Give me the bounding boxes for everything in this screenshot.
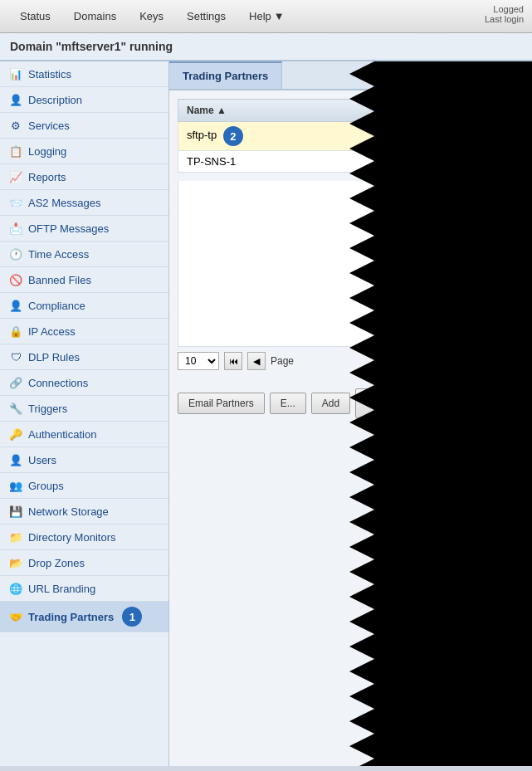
empty-table-area (178, 181, 524, 347)
edit-button[interactable]: Edit 3 (355, 388, 420, 418)
sidebar-item-connections[interactable]: 🔗 Connections (0, 370, 168, 396)
sidebar-item-drop-zones[interactable]: 📂 Drop Zones (0, 550, 168, 576)
sidebar-item-description[interactable]: 👤 Description (0, 87, 168, 113)
table-row[interactable]: sftp-tp 2 (178, 122, 524, 151)
services-icon: ⚙ (8, 118, 23, 133)
first-page-button[interactable]: ⏮ (224, 352, 242, 370)
sidebar-item-oftp[interactable]: 📩 OFTP Messages (0, 216, 168, 242)
reports-icon: 📈 (8, 169, 23, 184)
sidebar-item-compliance[interactable]: 👤 Compliance (0, 293, 168, 319)
users-icon: 👤 (8, 452, 23, 467)
content-inner: Name ▲ Tags sftp-tp 2 (169, 90, 532, 432)
top-navigation: Status Domains Keys Settings Help ▼ Logg… (0, 0, 532, 33)
sidebar-item-logging[interactable]: 📋 Logging (0, 139, 168, 164)
sidebar-item-services[interactable]: ⚙ Services (0, 113, 168, 139)
sidebar-item-network-storage[interactable]: 💾 Network Storage (0, 499, 168, 525)
sidebar: 📊 Statistics 👤 Description ⚙ Services 📋 … (0, 61, 169, 766)
sidebar-item-reports[interactable]: 📈 Reports (0, 164, 168, 190)
sidebar-item-triggers[interactable]: 🔧 Triggers (0, 396, 168, 422)
sidebar-item-as2[interactable]: 📨 AS2 Messages (0, 190, 168, 216)
trading-partners-table: Name ▲ Tags sftp-tp 2 (178, 99, 524, 173)
logging-icon: 📋 (8, 144, 23, 159)
sidebar-item-directory-monitors[interactable]: 📁 Directory Monitors (0, 525, 168, 550)
nav-keys[interactable]: Keys (128, 3, 175, 29)
table-row[interactable]: TP-SNS-1 (178, 151, 524, 173)
col-name[interactable]: Name ▲ (178, 100, 403, 122)
auth-icon: 🔑 (8, 427, 23, 442)
sidebar-item-authentication[interactable]: 🔑 Authentication (0, 422, 168, 447)
sidebar-item-users[interactable]: 👤 Users (0, 447, 168, 473)
prev-page-button[interactable]: ◀ (247, 352, 266, 370)
content-area: Trading Partners Name ▲ Tags (169, 61, 532, 766)
cell-tags (402, 151, 523, 173)
main-layout: 📊 Statistics 👤 Description ⚙ Services 📋 … (0, 61, 532, 766)
triggers-icon: 🔧 (8, 401, 23, 416)
page-label: Page (271, 355, 294, 367)
sidebar-item-banned-files[interactable]: 🚫 Banned Files (0, 267, 168, 293)
sidebar-item-statistics[interactable]: 📊 Statistics (0, 61, 168, 87)
dirmon-icon: 📁 (8, 529, 23, 544)
tp-icon: 🤝 (8, 609, 23, 624)
email-partners-button[interactable]: Email Partners (178, 393, 265, 414)
sidebar-item-url-branding[interactable]: 🌐 URL Branding (0, 576, 168, 602)
user-icon: 👤 (8, 92, 23, 107)
banned-icon: 🚫 (8, 272, 23, 287)
action-buttons: Email Partners E... Add Edit 3 Cop... (178, 383, 524, 423)
badge-3: 3 (389, 393, 409, 413)
sidebar-item-groups[interactable]: 👥 Groups (0, 473, 168, 499)
sidebar-item-dlp-rules[interactable]: 🛡 DLP Rules (0, 344, 168, 370)
dlp-icon: 🛡 (8, 349, 23, 364)
nav-settings[interactable]: Settings (175, 3, 237, 29)
add-button[interactable]: Add (311, 393, 350, 414)
cell-tags (402, 122, 523, 151)
sidebar-item-trading-partners[interactable]: 🤝 Trading Partners 1 (0, 602, 168, 632)
url-icon: 🌐 (8, 581, 23, 596)
nav-domains[interactable]: Domains (62, 3, 128, 29)
ip-icon: 🔒 (8, 324, 23, 339)
sidebar-item-ip-access[interactable]: 🔒 IP Access (0, 319, 168, 344)
oftp-icon: 📩 (8, 221, 23, 236)
export-button[interactable]: E... (270, 393, 306, 414)
sidebar-item-time-access[interactable]: 🕐 Time Access (0, 242, 168, 267)
time-icon: 🕐 (8, 246, 23, 261)
tab-trading-partners[interactable]: Trading Partners (169, 61, 282, 89)
cell-name: sftp-tp 2 (178, 122, 403, 151)
groups-icon: 👥 (8, 478, 23, 493)
chart-icon: 📊 (8, 66, 23, 81)
chevron-down-icon: ▼ (274, 10, 285, 22)
nav-status[interactable]: Status (8, 3, 62, 29)
login-status: Logged Last login (485, 4, 524, 24)
compliance-icon: 👤 (8, 298, 23, 313)
cell-name: TP-SNS-1 (178, 151, 403, 173)
as2-icon: 📨 (8, 195, 23, 210)
dropzone-icon: 📂 (8, 555, 23, 570)
connections-icon: 🔗 (8, 375, 23, 390)
domain-header: Domain "mftserver1" running (0, 33, 532, 61)
copy-button[interactable]: Cop... (425, 393, 473, 414)
badge-2: 2 (223, 126, 243, 146)
sort-asc-icon: ▲ (217, 105, 227, 116)
col-tags[interactable]: Tags (402, 100, 523, 122)
tab-bar: Trading Partners (169, 61, 532, 90)
storage-icon: 💾 (8, 504, 23, 519)
pagination-bar: 10 25 50 ⏮ ◀ Page (178, 347, 524, 375)
nav-help[interactable]: Help ▼ (237, 3, 296, 29)
badge-1: 1 (122, 607, 142, 627)
page-size-select[interactable]: 10 25 50 (178, 352, 219, 370)
